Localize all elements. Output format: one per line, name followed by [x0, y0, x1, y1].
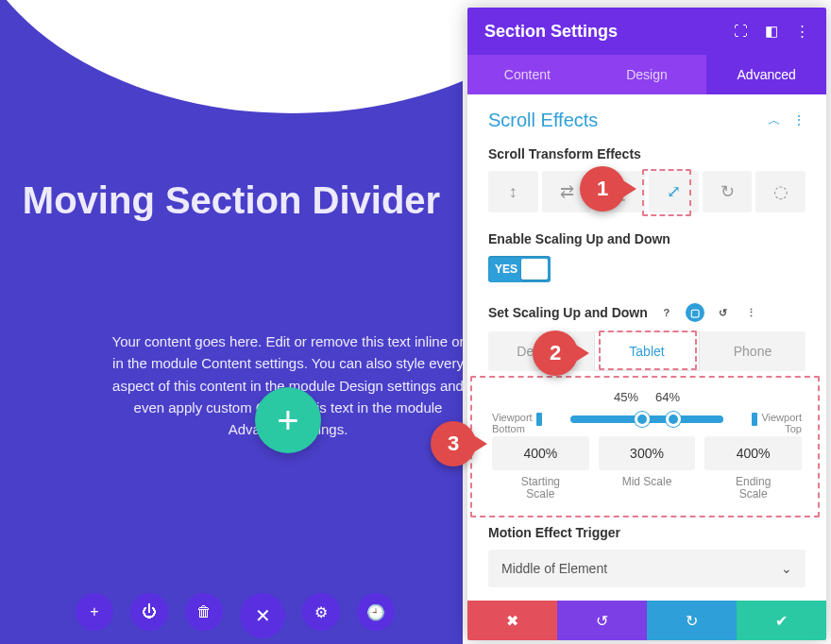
viewport-bottom-l1: Viewport: [492, 412, 533, 423]
plus-icon: +: [90, 603, 98, 620]
toggle-knob: [521, 259, 548, 280]
divider-curve: [0, 0, 463, 113]
motion-trigger-select[interactable]: Middle of Element ⌄: [488, 550, 806, 587]
scale-editor: 45% 64% Viewport Bottom Viewp: [488, 381, 806, 514]
callout-1: 1: [580, 166, 625, 212]
discard-button[interactable]: ✖: [467, 601, 557, 640]
ending-scale-caption-l2: Scale: [739, 487, 768, 500]
effect-rotate[interactable]: ↻: [703, 171, 753, 212]
kebab-icon[interactable]: ⋮: [792, 112, 806, 129]
kebab-icon[interactable]: ⋮: [742, 303, 761, 322]
panel-body: Scroll Effects ︿ ⋮ Scroll Transform Effe…: [467, 94, 826, 601]
section-title: Moving Section Divider: [0, 179, 463, 222]
kebab-icon[interactable]: ⋮: [795, 23, 809, 40]
panel-tabs: Content Design Advanced: [467, 55, 826, 94]
settings-panel: Section Settings ⛶ ◧ ⋮ Content Design Ad…: [467, 8, 826, 640]
ending-scale-caption-l1: Ending: [736, 475, 771, 488]
panel-title: Section Settings: [484, 22, 618, 42]
slider-end-left[interactable]: [536, 413, 542, 426]
rotate-icon: ↻: [721, 181, 735, 202]
callout-3: 3: [431, 421, 476, 466]
viewport-top-l1: Viewport: [761, 412, 802, 423]
chevron-up-icon[interactable]: ︿: [768, 112, 781, 129]
effect-scale[interactable]: ⤢: [649, 171, 699, 212]
close-icon: ✖: [506, 612, 518, 630]
viewport-top-l2: Top: [761, 423, 802, 434]
effect-blur[interactable]: ◌: [755, 171, 806, 212]
history-button[interactable]: 🕘: [357, 593, 395, 631]
slider-knob-end[interactable]: [666, 412, 681, 427]
close-icon: ✕: [255, 604, 271, 627]
mid-scale-input[interactable]: 300%: [599, 436, 696, 470]
ending-scale-input[interactable]: 400%: [704, 436, 802, 470]
tab-design[interactable]: Design: [587, 55, 707, 94]
enable-scaling-toggle[interactable]: YES: [488, 256, 551, 282]
page-canvas: Moving Section Divider Your content goes…: [0, 0, 463, 644]
gear-icon: ⚙: [314, 603, 328, 621]
responsive-icon[interactable]: ▢: [686, 303, 704, 322]
set-scaling-label: Set Scaling Up and Down: [488, 305, 648, 320]
slider-knob-start[interactable]: [635, 412, 650, 427]
section-toolbar: + ⏻ 🗑 ✕ ⚙ 🕘: [76, 593, 395, 638]
device-phone[interactable]: Phone: [700, 331, 806, 371]
trash-icon: 🗑: [196, 603, 212, 620]
vertical-motion-icon: ↕: [509, 182, 517, 202]
scale-icon: ⤢: [667, 181, 681, 202]
redo-button[interactable]: ↻: [647, 601, 737, 640]
transform-effects-label: Scroll Transform Effects: [488, 146, 806, 161]
add-button[interactable]: +: [76, 593, 113, 631]
section-heading[interactable]: Scroll Effects: [488, 110, 598, 131]
callout-2: 2: [533, 330, 578, 376]
check-icon: ✔: [775, 612, 788, 630]
reset-icon[interactable]: ↺: [714, 303, 733, 322]
mid-scale-caption: Mid Scale: [599, 476, 696, 488]
plus-icon: +: [277, 399, 298, 442]
delete-button[interactable]: 🗑: [185, 593, 223, 631]
mid1-percent: 45%: [614, 390, 638, 404]
close-button[interactable]: ✕: [240, 593, 285, 638]
save-button[interactable]: ✔: [737, 601, 826, 640]
motion-trigger-label: Motion Effect Trigger: [488, 525, 806, 540]
scale-slider-track[interactable]: [570, 415, 724, 423]
expand-icon[interactable]: ⛶: [734, 23, 748, 40]
undo-button[interactable]: ↺: [557, 601, 647, 640]
panel-footer: ✖ ↺ ↻ ✔: [467, 601, 826, 640]
panel-header: Section Settings ⛶ ◧ ⋮: [467, 8, 826, 55]
redo-icon: ↻: [686, 612, 698, 630]
toggle-yes-label: YES: [495, 263, 517, 276]
transform-effect-buttons: ↕ ⇄ ⎯ ⤢ ↻ ◌: [488, 171, 806, 212]
add-module-fab[interactable]: +: [255, 387, 321, 453]
starting-scale-caption-l2: Scale: [526, 487, 554, 500]
select-caret-icon: ⌄: [781, 561, 792, 576]
mid2-percent: 64%: [655, 390, 680, 404]
starting-scale-input[interactable]: 400%: [492, 436, 589, 470]
snap-icon[interactable]: ◧: [765, 23, 778, 40]
horizontal-motion-icon: ⇄: [560, 181, 574, 202]
device-tablet[interactable]: Tablet: [594, 331, 700, 371]
power-button[interactable]: ⏻: [130, 593, 168, 631]
clock-icon: 🕘: [366, 603, 385, 621]
viewport-bottom-l2: Bottom: [492, 423, 533, 434]
tab-advanced[interactable]: Advanced: [706, 55, 826, 94]
settings-button[interactable]: ⚙: [302, 593, 340, 631]
motion-trigger-value: Middle of Element: [501, 561, 607, 576]
power-icon: ⏻: [142, 603, 157, 620]
starting-scale-caption-l1: Starting: [521, 475, 560, 488]
blur-icon: ◌: [773, 181, 789, 202]
slider-end-right[interactable]: [752, 413, 757, 426]
undo-icon: ↺: [596, 612, 608, 630]
enable-scaling-label: Enable Scaling Up and Down: [488, 231, 806, 246]
effect-vertical[interactable]: ↕: [488, 171, 538, 212]
help-icon[interactable]: ?: [657, 303, 676, 322]
tab-content[interactable]: Content: [467, 55, 587, 94]
